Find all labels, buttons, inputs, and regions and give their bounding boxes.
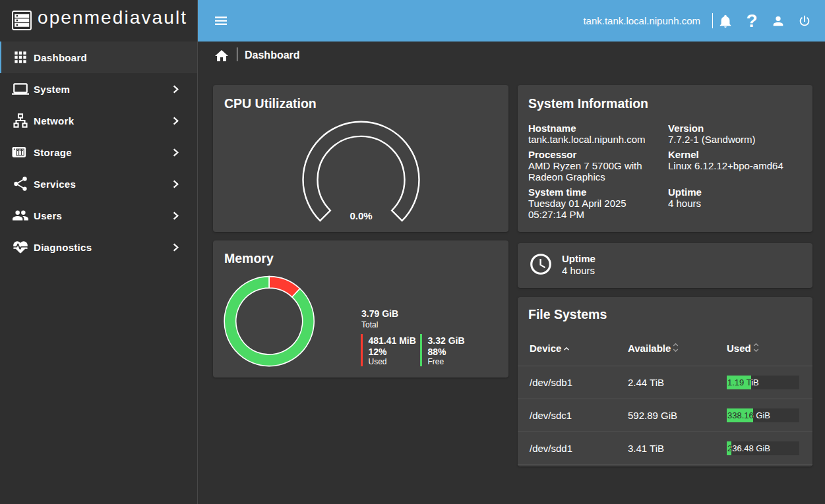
svg-text:0.0%: 0.0% xyxy=(350,210,372,221)
